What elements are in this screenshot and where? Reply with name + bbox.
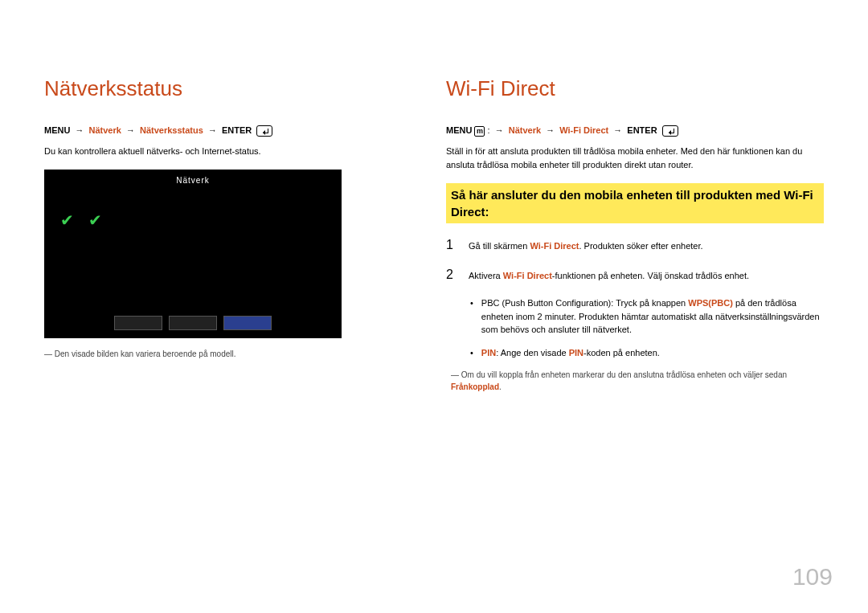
colon: : [488,125,490,135]
shot-title: Nätverk [51,176,335,185]
page-number: 109 [792,563,833,591]
shot-button [114,316,162,330]
shot-button-row [44,316,342,330]
shot-button [169,316,217,330]
screenshot-caption: Den visade bilden kan variera beroende p… [44,349,398,358]
menu-label: MENU [44,125,70,135]
step-number: 1 [446,238,457,253]
network-status-screenshot: Nätverk ✔ ✔ [44,170,342,338]
bullet-text: PBC (Push Button Configuration): Tryck p… [481,296,824,337]
arrow-icon: → [208,125,217,135]
check-icon: ✔ [60,210,74,259]
enter-icon [662,125,678,137]
step-2: 2 Aktivera Wi-Fi Direct-funktionen på en… [446,268,824,283]
subheading-highlight: Så här ansluter du den mobila enheten ti… [446,183,824,223]
arrow-icon: → [613,125,622,135]
enter-icon [256,125,272,137]
bc-seg-natverk: Nätverk [89,125,121,135]
shot-labels-col [110,198,112,259]
section-title-natverksstatus: Nätverksstatus [44,76,398,101]
bc-seg-wifidirect: Wi-Fi Direct [559,125,608,135]
bullet-pbc: PBC (Push Button Configuration): Tryck p… [470,296,824,337]
menu-label: MENU [446,125,472,135]
step-number: 2 [446,268,457,283]
shot-button-active [223,316,272,330]
bc-seg-natverksstatus: Nätverksstatus [140,125,203,135]
arrow-icon: → [546,125,555,135]
arrow-icon: → [75,125,84,135]
step-text: Gå till skärmen Wi-Fi Direct. Produkten … [469,238,703,253]
breadcrumb-right: MENU m : → Nätverk → Wi-Fi Direct → ENTE… [446,125,824,137]
shot-right-col [234,198,330,259]
step-1: 1 Gå till skärmen Wi-Fi Direct. Produkte… [446,238,824,253]
bullet-text: PIN: Ange den visade PIN-koden på enhete… [481,346,660,360]
left-desc: Du kan kontrollera aktuell nätverks- och… [44,145,398,158]
bullet-pin: PIN: Ange den visade PIN-koden på enhete… [470,346,824,360]
enter-label: ENTER [627,125,657,135]
right-desc: Ställ in för att ansluta produkten till … [446,145,824,172]
footnote: Om du vill koppla från enheten markerar … [451,369,824,393]
section-title-wifidirect: Wi-Fi Direct [446,76,824,101]
enter-label: ENTER [222,125,252,135]
shot-lower-text [52,287,54,304]
arrow-icon: → [495,125,504,135]
arrow-icon: → [126,125,135,135]
step-text: Aktivera Wi-Fi Direct-funktionen på enhe… [469,268,749,283]
menu-m-icon: m [474,126,485,137]
check-icon: ✔ [88,210,102,259]
breadcrumb-left: MENU → Nätverk → Nätverksstatus → ENTER [44,125,398,137]
bc-seg-natverk: Nätverk [509,125,541,135]
